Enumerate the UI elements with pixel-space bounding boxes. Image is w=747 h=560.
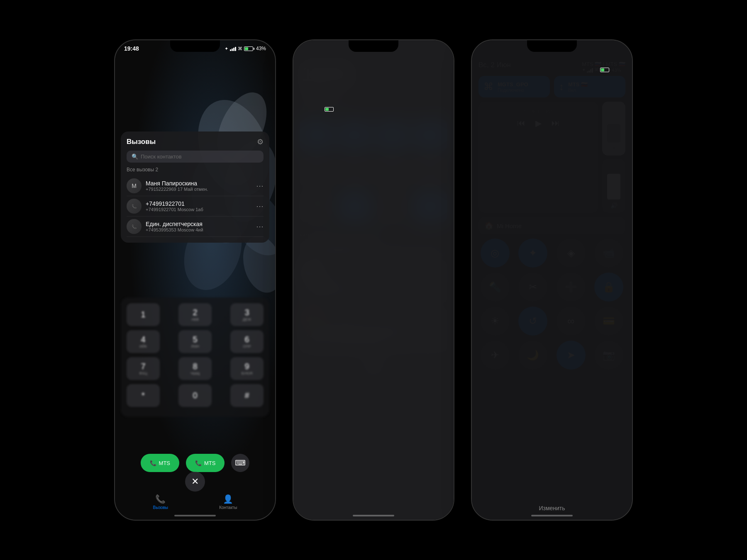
dialer-toggle-btn[interactable]: ⌨ <box>231 454 249 472</box>
phone-1-screen: 19:48 ✦ ⌘ 4 <box>115 40 275 520</box>
call-btn-mts2[interactable]: 📞 MTS <box>186 454 225 472</box>
call-sub-0: +79152222969 17 Май отмен. <box>146 187 256 192</box>
contacts-icon: 👤 <box>223 494 233 504</box>
phone2-background <box>293 40 454 520</box>
phone-3-screen: Вс, 2 Июн MTS 🇷🇺 | MTS 🇷🇺 ✦ <box>472 40 632 520</box>
dialer-row-1: 1 2АБВ 3ДЕЖ <box>127 303 264 326</box>
bar1 <box>230 49 231 51</box>
settings-icon-call[interactable]: ⚙ <box>257 137 264 146</box>
battery-tip <box>254 48 254 50</box>
battery-icon1 <box>244 46 254 51</box>
bottom-tabs-phone1: 📞 Вызовы 👤 Контакты <box>115 494 275 510</box>
call-btn-mts1[interactable]: 📞 MTS <box>141 454 179 472</box>
wifi-icon: ⌘ <box>238 46 242 51</box>
search-placeholder: Поиск контактов <box>141 153 182 160</box>
battery-body3 <box>600 68 609 72</box>
call-panel-title: Вызовы <box>127 138 156 146</box>
search-bar-calls[interactable]: 🔍 Поиск контактов <box>127 151 264 163</box>
mts-label-1: MTS <box>159 460 170 466</box>
dialer-key-7[interactable]: 7ФХЦ <box>127 357 160 380</box>
dialer-key-8[interactable]: 8ЧШЩ <box>178 357 212 380</box>
bar4 <box>235 47 236 51</box>
call-more-1[interactable]: ⋯ <box>256 202 264 211</box>
call-item-1[interactable]: 📞 +74991922701 +74991922701 Moscow 1аб ⋯ <box>127 196 264 217</box>
status-time-phone1: 19:48 <box>124 45 139 52</box>
notch-2 <box>349 40 398 52</box>
call-name-1: +74991922701 <box>146 200 256 207</box>
dialer-key-hash[interactable]: # <box>230 384 264 407</box>
phone-icon-btn2: 📞 <box>195 460 202 466</box>
dialer-row-2: 4ИЙК 5ЛМН 6ОПР <box>127 330 264 353</box>
dialer-row-4: * 0 # <box>127 384 264 407</box>
call-buttons-row: 📞 MTS 📞 MTS ⌨ <box>115 454 275 472</box>
dialer-key-1[interactable]: 1 <box>127 303 160 326</box>
call-item-2[interactable]: 📞 Един. диспетчерская +74953995353 Mosco… <box>127 217 264 237</box>
phone3-background <box>472 40 632 520</box>
dialer-key-2[interactable]: 2АБВ <box>178 303 212 326</box>
dialer-blurred: 1 2АБВ 3ДЕЖ 4ИЙК 5ЛМН 6ОПР 7ФХЦ 8ЧШЩ 9БУ… <box>121 297 269 417</box>
phone-2: 19:51 Вс, 2 Июн MTS 🇷🇺 | MTS 🇷🇺 ✦ ⌘ <box>293 39 454 521</box>
mts-label-2: MTS <box>204 460 215 466</box>
close-call-btn[interactable]: ✕ <box>185 472 205 492</box>
status-icons-phone1: ✦ ⌘ 43% <box>225 46 266 51</box>
call-item-0[interactable]: М Маня Папироскина +79152222969 17 Май о… <box>127 176 264 196</box>
call-sub-2: +74953995353 Moscow 4ий <box>146 227 256 232</box>
dialer-key-4[interactable]: 4ИЙК <box>127 330 160 353</box>
calls-icon: 📞 <box>155 494 166 504</box>
call-panel: Вызовы ⚙ 🔍 Поиск контактов Все вызовы 2 … <box>121 131 269 243</box>
dialer-key-6[interactable]: 6ОПР <box>230 330 264 353</box>
tab-contacts[interactable]: 👤 Контакты <box>219 494 237 510</box>
notch <box>170 40 220 52</box>
call-name-0: Маня Папироскина <box>146 180 256 187</box>
phone1-background <box>115 40 275 520</box>
dialer: 1 2АБВ 3ДЕЖ 4ИЙК 5ЛМН 6ОПР 7ФХЦ 8ЧШЩ 9БУ… <box>121 297 269 417</box>
avatar-2: 📞 <box>127 219 142 234</box>
battery-icon2 <box>325 107 335 112</box>
change-text: Изменить <box>539 505 565 511</box>
dialer-key-0[interactable]: 0 <box>178 384 212 407</box>
call-info-2: Един. диспетчерская +74953995353 Moscow … <box>146 221 256 232</box>
home-pill-3 <box>531 515 573 516</box>
battery-body <box>244 46 253 51</box>
cc-change-label[interactable]: Изменить <box>472 505 632 511</box>
battery-pct-1: 43% <box>256 46 266 51</box>
avatar-0: М <box>127 178 142 193</box>
phone-3: Вс, 2 Июн MTS 🇷🇺 | MTS 🇷🇺 ✦ <box>471 39 633 521</box>
battery-icon3 <box>600 68 610 72</box>
battery-body2 <box>325 107 334 112</box>
call-more-0[interactable]: ⋯ <box>256 181 264 190</box>
dialer-key-3[interactable]: 3ДЕЖ <box>230 303 264 326</box>
battery-fill3 <box>601 68 604 71</box>
tab-calls-label: Вызовы <box>153 505 168 510</box>
call-info-1: +74991922701 +74991922701 Moscow 1аб <box>146 200 256 212</box>
dialer-key-star[interactable]: * <box>127 384 160 407</box>
phone-icon-btn1: 📞 <box>150 460 156 466</box>
home-pill-2 <box>353 515 394 516</box>
bt-icon: ✦ <box>225 46 228 51</box>
phone-2-screen: 19:51 Вс, 2 Июн MTS 🇷🇺 | MTS 🇷🇺 ✦ ⌘ <box>293 40 454 520</box>
phones-container: 19:48 ✦ ⌘ 4 <box>0 0 747 560</box>
home-pill-1 <box>174 515 216 516</box>
notch-3 <box>527 40 577 52</box>
battery-fill2 <box>325 108 329 111</box>
call-info-0: Маня Папироскина +79152222969 17 Май отм… <box>146 180 256 192</box>
search-icon-call: 🔍 <box>132 153 138 160</box>
call-name-2: Един. диспетчерская <box>146 221 256 227</box>
tab-calls[interactable]: 📞 Вызовы <box>153 494 168 510</box>
dialer-key-9[interactable]: 9БУЮЯ <box>230 357 264 380</box>
battery-fill <box>245 47 248 50</box>
tab-contacts-label: Контакты <box>219 505 237 510</box>
phone-1: 19:48 ✦ ⌘ 4 <box>114 39 276 521</box>
bar2 <box>232 49 233 51</box>
dialer-row-3: 7ФХЦ 8ЧШЩ 9БУЮЯ <box>127 357 264 380</box>
avatar-1: 📞 <box>127 199 142 214</box>
bar3 <box>233 48 234 51</box>
call-more-2[interactable]: ⋯ <box>256 222 264 231</box>
calls-section-title: Все вызовы 2 <box>127 167 264 173</box>
call-sub-1: +74991922701 Moscow 1аб <box>146 207 256 212</box>
dialer-key-5[interactable]: 5ЛМН <box>178 330 212 353</box>
call-panel-header: Вызовы ⚙ <box>127 137 264 146</box>
signal-bars1 <box>230 46 236 51</box>
